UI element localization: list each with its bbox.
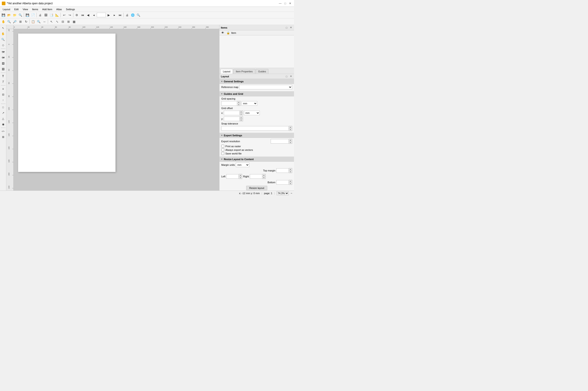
export-resolution-spin[interactable]: 300 dpi ▲ ▼ bbox=[271, 139, 292, 144]
zoom-map-tool[interactable]: 🔍 bbox=[0, 37, 6, 42]
edit-nodes-tool[interactable]: ◇ bbox=[0, 42, 6, 48]
add-polygon-tool[interactable]: △ bbox=[0, 116, 6, 121]
snap-tolerance-up[interactable]: ▲ bbox=[289, 126, 292, 128]
right-updown[interactable]: ▲ ▼ bbox=[262, 174, 266, 179]
redo-button[interactable]: ↪ bbox=[67, 12, 72, 18]
resize-items-button[interactable]: ⤡ bbox=[54, 19, 60, 24]
tabs-row[interactable]: Layout Item Properties Guides bbox=[219, 68, 294, 74]
grid-spacing-unit-select[interactable]: mm bbox=[242, 101, 257, 106]
add-shape-tool[interactable]: □ bbox=[0, 104, 6, 110]
atlas-prev-button[interactable]: ◀ bbox=[85, 12, 91, 18]
grid-offset-y-up[interactable]: ▲ bbox=[240, 116, 243, 119]
align-button[interactable]: ⊟ bbox=[60, 19, 65, 24]
top-margin-up[interactable]: ▲ bbox=[289, 168, 292, 171]
left-updown[interactable]: ▲ ▼ bbox=[239, 174, 242, 179]
right-spin[interactable]: 0.00 ▲ ▼ bbox=[250, 174, 266, 179]
group-button[interactable]: ▦ bbox=[71, 19, 77, 24]
atlas-prev2-button[interactable]: ◂ bbox=[91, 12, 96, 18]
export-settings-header[interactable]: ▼ Export Settings bbox=[219, 133, 294, 138]
add-dynamic-image-tool[interactable]: 🖼 bbox=[0, 66, 6, 72]
save-template-button[interactable]: 📄 bbox=[30, 12, 36, 18]
grid-offset-x-up[interactable]: ▲ bbox=[240, 111, 243, 113]
print-as-raster-checkbox[interactable] bbox=[221, 145, 224, 148]
add-dynamic-label-tool[interactable]: T bbox=[0, 79, 6, 85]
zoom-in-button[interactable]: 🔍 bbox=[6, 19, 12, 24]
select-tool[interactable]: ↖ bbox=[0, 25, 6, 31]
right-down[interactable]: ▼ bbox=[262, 177, 265, 179]
grid-offset-x-spin[interactable]: x: 0.00 ▲ ▼ bbox=[221, 110, 243, 115]
menu-items[interactable]: Items bbox=[30, 7, 40, 11]
zoom-full-button[interactable]: ⊞ bbox=[18, 19, 23, 24]
atlas-next-button[interactable]: ▶ bbox=[106, 12, 111, 18]
grid-offset-x-down[interactable]: ▼ bbox=[240, 113, 243, 115]
layout-panel-restore[interactable]: □ bbox=[285, 75, 288, 78]
general-settings-header[interactable]: ▼ General Settings bbox=[219, 79, 294, 84]
right-up[interactable]: ▲ bbox=[262, 174, 265, 177]
bottom-up[interactable]: ▲ bbox=[289, 180, 292, 182]
add-north-arrow-tool[interactable]: ↑ bbox=[0, 98, 6, 103]
zoom-out-button[interactable]: 🔎 bbox=[12, 19, 17, 24]
tab-layout[interactable]: Layout bbox=[220, 69, 233, 74]
bottom-down[interactable]: ▼ bbox=[289, 182, 292, 185]
menu-edit[interactable]: Edit bbox=[12, 7, 20, 11]
atlas-last-button[interactable]: ⏭ bbox=[117, 12, 123, 18]
add-scalebar-tool[interactable]: ⊟ bbox=[0, 92, 6, 97]
top-margin-input[interactable]: 0.00 bbox=[276, 168, 289, 173]
zoom-width-button[interactable]: ↔ bbox=[42, 19, 47, 24]
items-panel-restore[interactable]: □ bbox=[285, 26, 288, 29]
pan-map-tool[interactable]: ✋ bbox=[0, 31, 6, 36]
right-input[interactable]: 0.00 bbox=[250, 174, 262, 179]
zoom-select[interactable]: 74.3% bbox=[276, 191, 289, 195]
menu-settings[interactable]: Settings bbox=[64, 7, 77, 11]
bottom-input[interactable]: 0.00 bbox=[276, 180, 289, 185]
left-input[interactable]: 0.00 bbox=[226, 174, 239, 179]
open-recent-button[interactable]: 📂 bbox=[6, 12, 12, 18]
minimize-button[interactable]: — bbox=[278, 1, 282, 5]
bottom-updown[interactable]: ▲ ▼ bbox=[289, 180, 292, 185]
grid-offset-y-down[interactable]: ▼ bbox=[240, 119, 243, 121]
snap-tolerance-input[interactable]: 5 px bbox=[221, 126, 289, 131]
grid-offset-y-spin[interactable]: y: 0.00 ▲ ▼ bbox=[221, 116, 243, 121]
snap-tolerance-spin[interactable]: 5 px ▲ ▼ bbox=[221, 126, 292, 131]
grid-offset-x-unit-select[interactable]: mm bbox=[244, 111, 260, 115]
close-button[interactable]: ✕ bbox=[288, 1, 292, 5]
layout-panel-close[interactable]: ✕ bbox=[289, 75, 293, 78]
zoom-item-button[interactable]: 🔍 bbox=[36, 19, 41, 24]
grid-spacing-input[interactable]: 10.00 bbox=[221, 101, 237, 106]
layout-panel-buttons[interactable]: □ ✕ bbox=[285, 75, 293, 78]
menu-view[interactable]: View bbox=[21, 7, 30, 11]
grid-spacing-spin[interactable]: 10.00 ▲ ▼ bbox=[221, 101, 241, 106]
atlas-settings-button[interactable]: ⚙ bbox=[74, 12, 79, 18]
guides-grid-header[interactable]: ▼ Guides and Grid bbox=[219, 92, 294, 97]
left-up[interactable]: ▲ bbox=[239, 174, 242, 177]
find-button[interactable]: 🔍 bbox=[18, 12, 23, 18]
open-button[interactable]: 📁 bbox=[12, 12, 17, 18]
zoom-extent-button[interactable]: 🔍 bbox=[136, 12, 141, 18]
grid-offset-x-updown[interactable]: ▲ ▼ bbox=[240, 110, 243, 115]
export-resolution-updown[interactable]: ▲ ▼ bbox=[289, 139, 292, 144]
margin-units-select[interactable]: mm bbox=[236, 163, 249, 167]
save-button[interactable]: 💾 bbox=[1, 12, 6, 18]
pan-tool-button[interactable]: ✋ bbox=[1, 19, 6, 24]
print2-button[interactable]: 🖨 bbox=[124, 12, 130, 18]
reference-map-select[interactable] bbox=[239, 85, 292, 89]
canvas-scroll[interactable] bbox=[14, 29, 219, 191]
grid-spacing-up[interactable]: ▲ bbox=[237, 101, 240, 103]
resize-layout-header[interactable]: ▼ Resize Layout to Content bbox=[219, 157, 294, 162]
atlas-next2-button[interactable]: ▸ bbox=[112, 12, 117, 18]
tab-item-properties[interactable]: Item Properties bbox=[233, 69, 255, 74]
add-legend-tool[interactable]: ≡ bbox=[0, 86, 6, 92]
select-move-button[interactable]: ↖ bbox=[49, 19, 54, 24]
zoom-decrease[interactable]: − bbox=[291, 192, 292, 195]
grid-offset-y-updown[interactable]: ▲ ▼ bbox=[240, 116, 243, 121]
menu-layout[interactable]: Layout bbox=[1, 7, 12, 11]
print-button[interactable]: 🖨 bbox=[37, 12, 43, 18]
undo-button[interactable]: ↩ bbox=[61, 12, 67, 18]
top-margin-down[interactable]: ▼ bbox=[289, 171, 292, 173]
export-resolution-down[interactable]: ▼ bbox=[289, 141, 292, 144]
top-margin-updown[interactable]: ▲ ▼ bbox=[289, 168, 292, 173]
titlebar-controls[interactable]: — □ ✕ bbox=[278, 1, 292, 5]
items-body[interactable] bbox=[219, 35, 294, 68]
always-export-vectors-checkbox[interactable] bbox=[221, 148, 224, 151]
left-spin[interactable]: 0.00 ▲ ▼ bbox=[226, 174, 242, 179]
